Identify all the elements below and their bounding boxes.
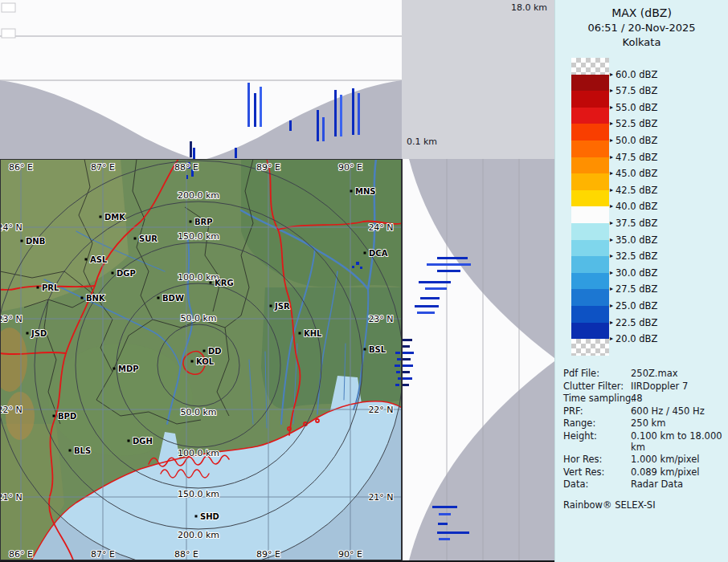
map-canvas: 86° E86° E87° E87° E88° E88° E89° E89° E… — [0, 159, 402, 560]
longitude-label: 89° E — [256, 549, 280, 560]
info-row: Clutter Filter:IIRDoppler 7 — [563, 381, 726, 392]
side-height-profile-panel — [402, 159, 554, 562]
city-marker — [203, 350, 206, 352]
legend-tick-icon: ▸ — [610, 317, 613, 328]
echo-row — [425, 287, 447, 290]
city-label: BDW — [162, 294, 184, 303]
info-row: Data:Radar Data — [563, 479, 726, 490]
city-marker — [190, 221, 192, 223]
echo-row — [415, 305, 439, 307]
legend-tick-icon: ▸ — [610, 168, 613, 179]
legend-tick-icon: ▸ — [610, 118, 613, 129]
legend-tick-icon: ▸ — [610, 152, 613, 163]
legend-color-cell — [571, 173, 609, 190]
legend-label-text: 20.0 dBZ — [616, 333, 657, 344]
legend-value-label: ▸50.0 dBZ — [610, 135, 657, 146]
info-label: Vert Res: — [563, 466, 631, 478]
range-ring-label: 50.0 km — [180, 407, 216, 417]
info-row: PRF:600 Hz / 450 Hz — [563, 405, 726, 417]
echo-row — [403, 339, 412, 341]
city-marker — [195, 515, 198, 518]
city-label: PRL — [42, 283, 59, 292]
echo-row — [438, 523, 448, 525]
range-ring-label: 150.0 km — [178, 489, 219, 499]
city-label: MNS — [355, 187, 376, 196]
info-label: Height: — [563, 430, 631, 453]
legend-tick-icon: ▸ — [610, 85, 613, 96]
echo-row — [439, 513, 451, 515]
legend-value-label: ▸27.5 dBZ — [610, 283, 657, 295]
legend-label-text: 57.5 dBZ — [616, 85, 657, 96]
legend-color-cell — [571, 91, 609, 108]
software-brand: Rainbow® SELEX-SI — [563, 499, 726, 511]
legend-value-label: ▸32.5 dBZ — [610, 250, 657, 262]
product-info-block: Pdf File:250Z.maxClutter Filter:IIRDoppl… — [563, 368, 726, 511]
echo-column — [254, 93, 256, 127]
info-value: 600 Hz / 450 Hz — [631, 405, 726, 417]
city-marker — [100, 216, 102, 218]
echo-row — [439, 538, 450, 540]
city-marker — [81, 297, 84, 299]
legend-color-cell — [571, 240, 609, 257]
top-profile-canvas — [0, 0, 402, 159]
legend-value-label: ▸57.5 dBZ — [610, 85, 657, 96]
city-label: DCA — [369, 249, 388, 258]
echo-row — [403, 377, 412, 380]
longitude-label: 86° E — [9, 549, 33, 560]
city-label: MDP — [118, 364, 139, 373]
legend-value-label: ▸20.0 dBZ — [610, 333, 657, 344]
legend-label-text: 30.0 dBZ — [616, 267, 657, 279]
legend-color-cell — [571, 157, 609, 174]
latitude-label: 21° N — [0, 492, 22, 503]
echo-row — [403, 358, 411, 360]
radar-echo — [395, 364, 400, 367]
side-profile-canvas — [403, 159, 554, 560]
longitude-label: 88° E — [174, 162, 198, 173]
legend-color-cell — [571, 256, 609, 273]
latitude-label: 21° N — [368, 492, 393, 503]
radar-echo — [352, 266, 354, 268]
legend-label-text: 27.5 dBZ — [616, 283, 657, 295]
legend-tick-icon: ▸ — [610, 300, 613, 312]
info-label: Time sampling: — [563, 393, 631, 404]
legend-color-cell — [571, 323, 609, 340]
echo-column — [247, 83, 250, 127]
info-value: 1.000 km/pixel — [631, 454, 726, 465]
city-label: DMK — [104, 213, 126, 222]
legend-label-text: 52.5 dBZ — [616, 118, 657, 129]
radar-echo — [397, 358, 401, 360]
legend-color-cell — [571, 75, 609, 92]
longitude-label: 88° E — [174, 549, 198, 560]
latitude-label: 23° N — [368, 314, 393, 324]
legend-tick-icon: ▸ — [610, 283, 613, 295]
longitude-label: 89° E — [256, 162, 280, 173]
legend-value-label: ▸22.5 dBZ — [610, 317, 657, 328]
city-marker — [270, 305, 272, 307]
echo-row — [403, 371, 410, 373]
info-row: Hor Res:1.000 km/pixel — [563, 454, 726, 465]
legend-tick-icon: ▸ — [610, 267, 613, 279]
info-value: 48 — [631, 393, 726, 404]
echo-row — [427, 263, 471, 266]
legend-color-cell — [571, 223, 609, 240]
legend-color-cell — [571, 190, 609, 207]
radar-echo — [186, 175, 188, 179]
radar-echo — [395, 352, 400, 354]
radar-echo — [395, 384, 399, 386]
city-marker — [27, 332, 29, 335]
range-ring-label: 200.0 km — [178, 190, 219, 201]
echo-row — [403, 364, 413, 367]
side-profile-axis-area: 18.0 km 0.1 km — [402, 0, 554, 159]
info-value: 0.089 km/pixel — [631, 466, 726, 478]
range-ring-label: 200.0 km — [178, 530, 219, 540]
info-value: IIRDoppler 7 — [631, 381, 726, 392]
legend-value-label: ▸47.5 dBZ — [610, 152, 657, 163]
legend-value-label: ▸35.0 dBZ — [610, 234, 657, 246]
echo-column — [317, 110, 319, 141]
legend-tick-icon: ▸ — [610, 218, 613, 229]
info-label: Hor Res: — [563, 454, 631, 465]
radar-echo — [396, 371, 400, 373]
legend-value-label: ▸60.0 dBZ — [610, 69, 657, 80]
city-label: SUR — [139, 234, 157, 243]
echo-column — [334, 90, 337, 136]
